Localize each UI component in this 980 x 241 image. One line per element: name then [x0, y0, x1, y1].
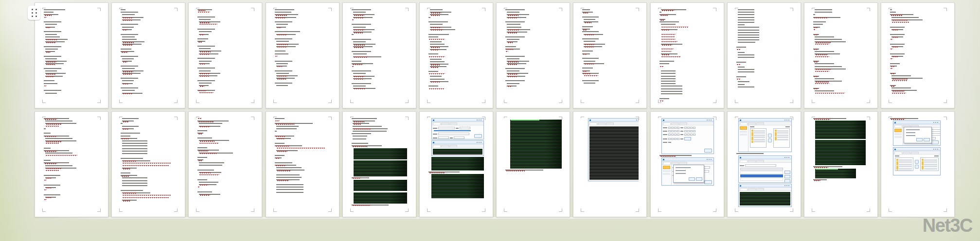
text-line: [121, 163, 177, 164]
text-line: [197, 58, 254, 59]
page-thumbnail[interactable]: [881, 111, 955, 217]
text-line: [505, 80, 562, 81]
red-squiggle: [584, 47, 593, 49]
dialog-screenshot: [738, 118, 792, 152]
page-thumbnail[interactable]: [35, 111, 108, 217]
drag-handle[interactable]: [28, 6, 40, 20]
red-squiggle: [46, 27, 51, 29]
text-line: [736, 37, 793, 38]
text-line: [428, 27, 485, 28]
text-line: [44, 90, 100, 91]
red-squiggle: [736, 49, 740, 51]
page-thumbnail[interactable]: [342, 111, 416, 217]
page-thumbnail[interactable]: [111, 2, 185, 108]
red-squiggle: [661, 45, 672, 47]
text-line: [428, 46, 485, 47]
red-squiggle: [584, 75, 598, 77]
red-squiggle: [507, 76, 517, 78]
text-line: [505, 170, 562, 171]
text-line: [197, 130, 254, 131]
text-line: [352, 53, 408, 54]
page-thumbnail[interactable]: [35, 2, 108, 108]
page-thumbnail[interactable]: [881, 2, 955, 108]
text-line: [659, 19, 716, 20]
red-squiggle: [123, 169, 130, 171]
red-squiggle: [815, 56, 829, 58]
page-thumbnail[interactable]: [573, 2, 647, 108]
page-thumbnail[interactable]: [188, 2, 262, 108]
text-line: [197, 172, 254, 173]
text-line: [428, 29, 485, 30]
page-thumbnail[interactable]: [419, 111, 493, 217]
page-thumbnail[interactable]: [804, 111, 878, 217]
text-line: [121, 118, 177, 119]
text-line: [352, 39, 408, 40]
page-thumbnail[interactable]: [111, 111, 185, 217]
page-thumbnail[interactable]: [727, 111, 801, 217]
text-line: [890, 90, 946, 91]
text-line: [505, 46, 562, 47]
text-line: [582, 34, 639, 35]
text-line: [352, 136, 408, 137]
text-line: [813, 81, 870, 82]
page-thumbnail[interactable]: [804, 2, 878, 108]
text-line: [428, 41, 485, 42]
page-thumbnail[interactable]: [342, 2, 416, 108]
text-line: [44, 73, 100, 74]
text-line: [582, 41, 639, 42]
red-squiggle: [199, 126, 210, 128]
text-line: [352, 14, 408, 15]
red-squiggle: [197, 118, 201, 120]
text-line: [121, 34, 177, 35]
text-line: [275, 14, 331, 15]
red-squiggle: [584, 34, 594, 36]
red-squiggle: [661, 56, 680, 58]
red-squiggle: [45, 143, 59, 145]
text-line: [582, 26, 639, 27]
red-squiggle: [428, 39, 445, 41]
text-line: [121, 190, 177, 191]
text-line: [736, 30, 793, 31]
text-line: [275, 73, 331, 74]
text-line: [121, 41, 177, 42]
text-line: [44, 21, 100, 22]
text-line: [44, 128, 100, 129]
page-thumbnail[interactable]: [188, 111, 262, 217]
red-squiggle: [277, 66, 282, 68]
red-squiggle: [814, 17, 827, 19]
text-line: [813, 63, 870, 64]
dialog-sidebar: [893, 128, 903, 145]
text-line: [121, 70, 177, 71]
text-line: [44, 150, 100, 151]
text-line: [121, 9, 177, 10]
text-line: [275, 170, 331, 171]
red-squiggle: [199, 34, 204, 36]
text-line: [659, 29, 716, 30]
text-line: [121, 90, 177, 91]
text-line: [275, 155, 331, 156]
terminal-screenshot: [815, 120, 866, 139]
text-line: [352, 27, 408, 28]
text-line: [659, 12, 716, 13]
page-thumbnail[interactable]: [496, 111, 570, 217]
page-thumbnail[interactable]: [650, 111, 724, 217]
page-thumbnail[interactable]: [266, 2, 339, 108]
text-line: [275, 118, 331, 119]
red-squiggle: [46, 52, 51, 54]
page-thumbnail[interactable]: [266, 111, 339, 217]
page-thumbnail[interactable]: [496, 2, 570, 108]
red-squiggle: [892, 30, 898, 32]
red-squiggle: [507, 42, 513, 44]
dialog-tabs: [588, 122, 639, 125]
page-thumbnail[interactable]: [650, 2, 724, 108]
text-line: [505, 49, 562, 50]
text-line: [352, 177, 408, 178]
text-line: [352, 83, 408, 84]
red-squiggle: [505, 51, 508, 53]
page-thumbnail[interactable]: [727, 2, 801, 108]
page-thumbnail[interactable]: [573, 111, 647, 217]
text-line: [121, 168, 177, 169]
page-thumbnail[interactable]: [419, 2, 493, 108]
text-line: [121, 27, 177, 28]
text-line: [505, 32, 562, 33]
